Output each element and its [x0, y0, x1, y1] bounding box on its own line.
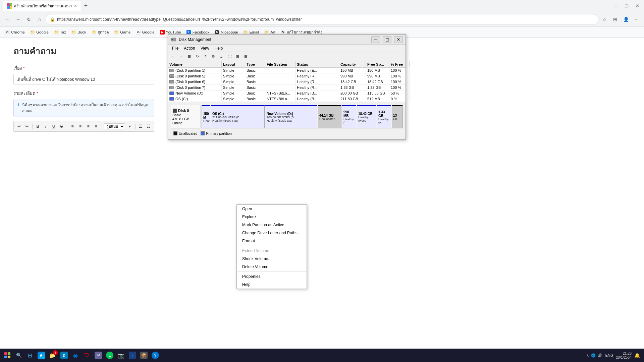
- settings-icon[interactable]: ···: [632, 15, 641, 24]
- disk-menu-help[interactable]: Help: [212, 45, 226, 51]
- underline-button[interactable]: U: [50, 123, 57, 130]
- partition-os-c[interactable]: OS (C:) 211.80 GB NTFS (B Healthy (Boot,…: [211, 105, 265, 128]
- ctx-explore[interactable]: Explore: [237, 213, 307, 221]
- volume-row-2[interactable]: (Disk 0 partition 6) Simple Basic Health…: [168, 79, 406, 85]
- partition-new-volume-d[interactable]: New Volume (D:) 200.00 GB NTFS (B Health…: [265, 105, 317, 128]
- new-tab-button[interactable]: +: [81, 1, 91, 11]
- taskbar-line[interactable]: L: [104, 350, 115, 361]
- disk-mgmt-icon: [171, 37, 176, 42]
- taskbar-help[interactable]: ?: [150, 350, 161, 361]
- bookmark-dookradoo[interactable]: 📁 ดูการดู: [89, 28, 111, 36]
- disk-settings-button[interactable]: ⚙: [210, 53, 217, 60]
- disk-minimize-button[interactable]: ─: [371, 36, 380, 43]
- justify-button[interactable]: ≡: [93, 123, 100, 130]
- numbered-list-button[interactable]: ☷: [146, 123, 152, 130]
- disk-list-view[interactable]: ⊞: [242, 53, 249, 60]
- forward-button[interactable]: →: [13, 15, 23, 24]
- bookmark-game[interactable]: 📁 Game: [112, 29, 133, 36]
- ctx-open[interactable]: Open: [237, 205, 307, 213]
- taskbar-edge[interactable]: e: [36, 350, 47, 361]
- disk-forward-button[interactable]: →: [177, 53, 185, 60]
- disk-refresh-button[interactable]: ↻: [194, 53, 201, 60]
- ctx-help[interactable]: Help: [237, 281, 307, 289]
- subject-input[interactable]: [13, 74, 154, 84]
- partition-133gb[interactable]: 1.33 GB Healthy (R: [377, 105, 391, 128]
- volume-row-5[interactable]: OS (C:) Simple Basic NTFS (BitLo... Heal…: [168, 96, 406, 102]
- address-bar[interactable]: 🔒 https://answers.microsoft.com/th-th/ne…: [46, 14, 598, 25]
- format-dropdown[interactable]: ▾: [126, 123, 133, 130]
- start-button[interactable]: [1, 349, 13, 361]
- partition-0[interactable]: 150 M Healt: [202, 105, 210, 128]
- disk-icon-view[interactable]: ⊟: [234, 53, 241, 60]
- align-right-button[interactable]: ≡: [85, 123, 92, 130]
- ctx-change-drive[interactable]: Change Drive Letter and Paths...: [237, 229, 307, 237]
- disk-expand-button[interactable]: ⛶: [226, 53, 233, 60]
- redo-button[interactable]: ↪: [24, 123, 31, 130]
- disk-menu-view[interactable]: View: [198, 45, 212, 51]
- taskbar-task-view[interactable]: ⊟: [24, 350, 36, 361]
- ctx-shrink[interactable]: Shrink Volume...: [237, 255, 307, 263]
- minimize-button[interactable]: ─: [612, 2, 620, 10]
- collections-icon[interactable]: ⊞: [610, 15, 620, 24]
- network-icon[interactable]: 🌐: [591, 353, 596, 358]
- disk-view-button[interactable]: ≡: [218, 53, 225, 60]
- notification-center[interactable]: 🔔: [634, 353, 640, 358]
- taskbar-edge2[interactable]: ◉: [70, 350, 81, 361]
- italic-button[interactable]: I: [43, 123, 49, 130]
- close-button[interactable]: ✕: [633, 2, 641, 10]
- ctx-properties[interactable]: Properties: [237, 273, 307, 281]
- strikethrough-button[interactable]: S: [58, 123, 65, 130]
- partition-990mb[interactable]: 990 MB Healthy (: [342, 105, 356, 128]
- volume-icon[interactable]: 🔊: [598, 353, 602, 358]
- undo-button[interactable]: ↩: [16, 123, 22, 130]
- back-button[interactable]: ←: [3, 15, 12, 24]
- browser-tab[interactable]: สร้างคำถามใหม่หรือเริ่มการสนเทนา ✕: [3, 1, 81, 11]
- format-select[interactable]: รูปแบบ: [104, 123, 125, 129]
- taskbar-box[interactable]: 📦: [138, 350, 150, 361]
- align-left-button[interactable]: ≡: [69, 123, 76, 130]
- bookmark-book[interactable]: 📁 Book: [69, 29, 89, 36]
- bookmark-google1[interactable]: 📁 Google: [28, 29, 51, 36]
- taskbar-file-explorer[interactable]: 📁 6: [47, 350, 58, 361]
- volume-row-3[interactable]: (Disk 0 partition 7) Simple Basic Health…: [168, 85, 406, 90]
- disk-help-button[interactable]: ?: [202, 53, 209, 60]
- tray-expand[interactable]: ∧: [586, 353, 589, 358]
- bullet-list-button[interactable]: ☰: [138, 123, 144, 130]
- ctx-format[interactable]: Format...: [237, 237, 307, 245]
- edge-icon: e: [38, 352, 45, 359]
- disk-properties-button[interactable]: ⊞: [185, 53, 193, 60]
- volume-row-4[interactable]: New Volume (D:) Simple Basic NTFS (BitLo…: [168, 90, 406, 96]
- bookmark-chrome[interactable]: C Chrome: [3, 29, 27, 36]
- info-icon: ℹ: [18, 102, 19, 114]
- tab-close-button[interactable]: ✕: [74, 4, 77, 8]
- maximize-button[interactable]: ▢: [623, 2, 631, 10]
- refresh-button[interactable]: ↻: [24, 15, 34, 24]
- ctx-delete[interactable]: Delete Volume...: [237, 263, 307, 271]
- align-center-button[interactable]: ≡: [77, 123, 84, 130]
- home-button[interactable]: ⌂: [35, 15, 44, 24]
- taskbar-camera[interactable]: 📷: [115, 350, 127, 361]
- partition-18gb[interactable]: 18.42 GB Healthy (Reco: [357, 105, 376, 128]
- taskbar-share[interactable]: ↑: [127, 350, 138, 361]
- bold-button[interactable]: B: [35, 123, 41, 130]
- partition-unallocated[interactable]: 44.14 GB Unallocated: [318, 105, 341, 128]
- taskbar-dell[interactable]: D: [58, 350, 70, 361]
- search-button[interactable]: 🔍: [13, 350, 24, 361]
- account-icon[interactable]: 👤: [621, 15, 631, 24]
- disk-menu-action[interactable]: Action: [181, 45, 198, 51]
- disk-close-button[interactable]: ✕: [394, 36, 403, 43]
- taskbar-clock[interactable]: 21:26 28/1/2564: [616, 351, 632, 359]
- disk-back-button[interactable]: ←: [169, 53, 177, 60]
- partition-unallocated2[interactable]: 13 Un: [392, 105, 402, 128]
- ctx-mark-active[interactable]: Mark Partition as Active: [237, 221, 307, 229]
- taskbar-mail[interactable]: ✉: [93, 350, 104, 361]
- language-indicator[interactable]: ENG: [605, 353, 613, 357]
- bookmark-google2[interactable]: G Google: [133, 29, 157, 36]
- disk-menu-file[interactable]: File: [169, 45, 181, 51]
- volume-row-0[interactable]: (Disk 0 partition 1) Simple Basic Health…: [168, 68, 406, 73]
- volume-row-1[interactable]: (Disk 0 partition 5) Simple Basic Health…: [168, 73, 406, 79]
- favorites-icon[interactable]: ☆: [600, 15, 609, 24]
- disk-maximize-button[interactable]: ▢: [383, 36, 391, 43]
- taskbar-shield[interactable]: 🛡: [81, 350, 93, 361]
- bookmark-taz[interactable]: 📁 Taz: [52, 29, 68, 36]
